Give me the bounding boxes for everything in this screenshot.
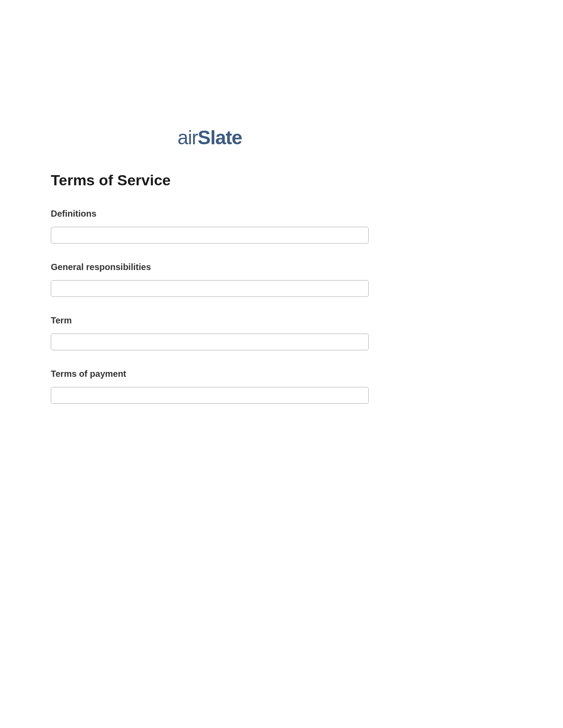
brand-logo: airSlate	[178, 128, 242, 147]
page-title: Terms of Service	[51, 172, 369, 189]
form-group-definitions: Definitions	[51, 209, 369, 244]
form-group-term: Term	[51, 315, 369, 350]
logo-wrapper: airSlate	[51, 128, 369, 147]
form-group-general-responsibilities: General responsibilities	[51, 262, 369, 297]
form-group-terms-of-payment: Terms of payment	[51, 369, 369, 404]
brand-part-air: air	[178, 127, 198, 148]
label-general-responsibilities: General responsibilities	[51, 262, 369, 272]
document-container: airSlate Terms of Service Definitions Ge…	[51, 128, 369, 422]
input-general-responsibilities[interactable]	[51, 280, 369, 297]
input-terms-of-payment[interactable]	[51, 387, 369, 404]
input-definitions[interactable]	[51, 227, 369, 244]
label-term: Term	[51, 315, 369, 326]
label-terms-of-payment: Terms of payment	[51, 369, 369, 379]
brand-part-slate: Slate	[198, 127, 242, 148]
input-term[interactable]	[51, 334, 369, 350]
label-definitions: Definitions	[51, 209, 369, 219]
